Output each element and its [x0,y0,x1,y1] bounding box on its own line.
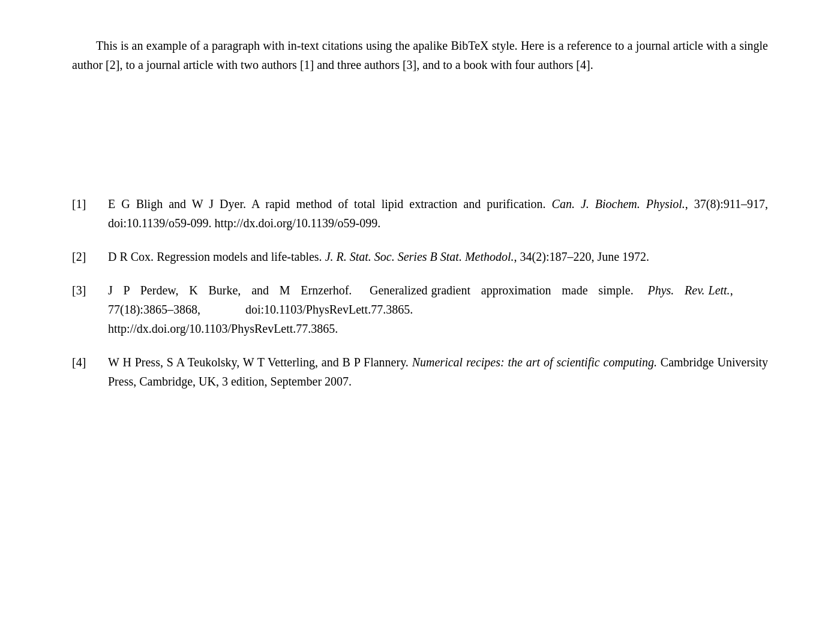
ref-url-1: http://dx.doi.org/10.1139/o59-099. [212,216,381,230]
ref-content-3: J P Perdew, K Burke, and M Ernzerhof. Ge… [108,281,768,338]
page: This is an example of a paragraph with i… [0,0,840,629]
reference-item-3: [3] J P Perdew, K Burke, and M Ernzerhof… [72,281,768,338]
references-section: [1] E G Bligh and W J Dyer. A rapid meth… [72,194,768,391]
ref-journal-3: Phys. Rev. Lett. [647,284,730,297]
reference-item-1: [1] E G Bligh and W J Dyer. A rapid meth… [72,194,768,233]
reference-item-4: [4] W H Press, S A Teukolsky, W T Vetter… [72,353,768,391]
ref-title-1: A rapid method of total lipid extraction… [246,197,546,210]
ref-journal-2: J. R. Stat. Soc. Series B Stat. Methodol… [325,250,514,263]
ref-authors-1: E G Bligh and W J Dyer. [108,197,246,210]
ref-details-2: , 34(2):187–220, June 1972. [514,250,650,263]
ref-content-4: W H Press, S A Teukolsky, W T Vetterling… [108,353,768,391]
ref-url-3: http://dx.doi.org/10.1103/PhysRevLett.77… [108,322,338,335]
ref-number-4: [4] [72,353,108,372]
ref-content-2: D R Cox. Regression models and life-tabl… [108,247,768,266]
ref-content-1: E G Bligh and W J Dyer. A rapid method o… [108,194,768,233]
intro-paragraph: This is an example of a paragraph with i… [72,36,768,74]
ref-title-4: Numerical recipes: the art of scientific… [409,356,657,369]
ref-authors-2: D R Cox. [108,250,154,263]
ref-number-2: [2] [72,247,108,266]
ref-authors-3: J P Perdew, K Burke, and M Ernzerhof. Ge… [108,284,647,297]
ref-number-3: [3] [72,281,108,300]
ref-number-1: [1] [72,194,108,213]
ref-journal-1: Can. J. Biochem. Physiol. [552,197,685,210]
reference-item-2: [2] D R Cox. Regression models and life-… [72,247,768,266]
ref-title-2: Regression models and life-tables. [154,250,322,263]
ref-authors-4: W H Press, S A Teukolsky, W T Vetterling… [108,356,409,369]
